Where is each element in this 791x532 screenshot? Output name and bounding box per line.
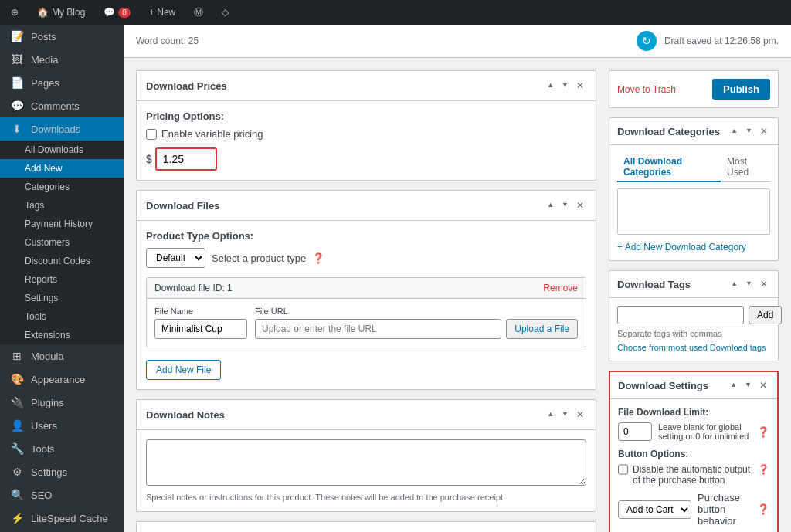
download-prices-body: Pricing Options: Enable variable pricing… [137, 101, 596, 180]
sidebar-item-media[interactable]: 🖼 Media [0, 48, 124, 71]
sidebar-item-comments[interactable]: 💬 Comments [0, 94, 124, 117]
sidebar-item-tags[interactable]: Tags [0, 196, 124, 215]
sidebar-item-payment-history[interactable]: Payment History [0, 215, 124, 233]
pricing-options-label: Pricing Options: [146, 110, 586, 122]
add-tag-button[interactable]: Add [749, 306, 782, 324]
appearance-icon: 🎨 [9, 373, 25, 385]
site-title-item[interactable]: 🏠 My Blog [32, 0, 90, 25]
close-icon[interactable]: ✕ [574, 79, 586, 93]
download-settings-body: File Download Limit: Leave blank for glo… [610, 399, 777, 532]
category-list [617, 188, 770, 235]
help-icon[interactable]: ❓ [312, 252, 324, 264]
purchase-behavior-label: Purchase button behavior [698, 492, 751, 527]
download-file-body: File Name File URL Upload a File [147, 299, 586, 347]
close-icon[interactable]: ✕ [758, 277, 770, 291]
sidebar-item-reports[interactable]: Reports [0, 270, 124, 289]
choose-tags-link[interactable]: Choose from most used Download tags [617, 343, 766, 352]
collapse-down-icon[interactable] [559, 198, 571, 212]
extensions-label: Extensions [25, 330, 70, 341]
publish-button[interactable]: Publish [712, 79, 770, 100]
new-label: + New [149, 7, 175, 18]
tag-input[interactable] [617, 306, 744, 324]
sidebar-item-discount-codes[interactable]: Discount Codes [0, 252, 124, 270]
sidebar-item-label: Downloads [31, 124, 80, 135]
close-icon[interactable]: ✕ [757, 378, 769, 392]
downloads-icon: ⬇ [9, 123, 25, 135]
price-input[interactable] [155, 147, 217, 171]
purchase-help-icon[interactable]: ❓ [758, 464, 769, 475]
add-new-file-button[interactable]: Add New File [146, 360, 221, 380]
discount-codes-label: Discount Codes [25, 256, 90, 266]
yoast-seo-header[interactable]: Yoast SEO ✕ [137, 522, 596, 532]
collapse-up-icon[interactable] [728, 124, 740, 138]
collapse-up-icon[interactable] [545, 198, 556, 212]
remove-file-link[interactable]: Remove [543, 283, 578, 293]
sidebar-item-settings-dl[interactable]: Settings [0, 289, 124, 307]
sidebar-item-categories[interactable]: Categories [0, 178, 124, 196]
collapse-up-icon[interactable] [728, 277, 740, 291]
sidebar-item-users[interactable]: 👤 Users [0, 414, 124, 437]
collapse-down-icon[interactable] [742, 378, 754, 392]
cat-tab-all[interactable]: All Download Categories [617, 153, 721, 182]
sidebar-item-tools-dl[interactable]: Tools [0, 307, 124, 326]
disable-purchase-checkbox[interactable] [618, 464, 628, 475]
variable-pricing-row: Enable variable pricing [146, 128, 586, 140]
diamond-icon-item[interactable]: ◇ [217, 0, 233, 25]
collapse-up-icon[interactable] [728, 378, 739, 392]
sidebar-item-downloads[interactable]: ⬇ Downloads [0, 117, 124, 141]
behavior-help-icon[interactable]: ❓ [757, 503, 769, 515]
collapse-down-icon[interactable] [559, 79, 571, 93]
sidebar-item-extensions[interactable]: Extensions [0, 326, 124, 344]
download-categories-body: All Download Categories Most Used + Add … [609, 145, 778, 260]
close-icon[interactable]: ✕ [758, 124, 770, 138]
download-file-item: Download file ID: 1 Remove File Name Fil… [146, 277, 586, 347]
refresh-button[interactable]: ↻ [637, 31, 657, 51]
sidebar-item-settings[interactable]: ⚙ Settings [0, 460, 124, 483]
limit-help-icon[interactable]: ❓ [757, 426, 769, 438]
sidebar-item-seo[interactable]: 🔍 SEO [0, 483, 124, 507]
upload-file-button[interactable]: Upload a File [506, 319, 578, 339]
move-to-trash-link[interactable]: Move to Trash [617, 84, 676, 95]
file-url-label: File URL [255, 307, 578, 316]
price-input-row: $ [146, 147, 586, 171]
collapse-down-icon[interactable] [743, 277, 755, 291]
diamond-icon: ◇ [222, 7, 229, 18]
add-to-cart-select[interactable]: Add to Cart [618, 500, 691, 519]
wp-logo-item[interactable]: ⊕ [6, 0, 23, 25]
file-item-id: Download file ID: 1 [154, 283, 233, 293]
close-icon[interactable]: ✕ [574, 408, 586, 422]
sidebar-item-appearance[interactable]: 🎨 Appearance [0, 368, 124, 391]
tools-dl-label: Tools [25, 311, 46, 322]
collapse-up-icon[interactable] [545, 79, 556, 93]
sidebar-item-plugins[interactable]: 🔌 Plugins [0, 391, 124, 414]
file-name-input[interactable] [154, 319, 247, 339]
collapse-down-icon[interactable] [743, 124, 755, 138]
sidebar-item-posts[interactable]: 📝 Posts [0, 25, 124, 48]
sidebar-item-tools[interactable]: 🔧 Tools [0, 437, 124, 460]
file-limit-input[interactable] [618, 422, 652, 441]
collapse-up-icon[interactable] [545, 408, 556, 422]
download-settings-title: Download Settings [618, 380, 708, 391]
sidebar-item-all-downloads[interactable]: All Downloads [0, 141, 124, 159]
add-to-cart-row: Add to Cart Purchase button behavior ❓ [618, 492, 769, 527]
add-new-category-link[interactable]: + Add New Download Category [617, 242, 746, 252]
download-prices-metabox: Download Prices ✕ Pricing Options: Enabl… [136, 70, 596, 181]
file-url-input[interactable] [255, 319, 501, 339]
variable-pricing-checkbox[interactable] [146, 129, 157, 140]
file-limit-label: File Download Limit: [618, 407, 769, 418]
sidebar-item-add-new[interactable]: Add New [0, 159, 124, 178]
close-icon[interactable]: ✕ [574, 198, 586, 212]
sidebar-item-customers[interactable]: Customers [0, 233, 124, 252]
comments-item[interactable]: 💬 0 [99, 0, 135, 25]
cat-tab-most-used[interactable]: Most Used [721, 153, 770, 181]
file-name-label: File Name [154, 307, 247, 316]
notes-textarea[interactable] [146, 439, 586, 486]
sidebar-item-modula[interactable]: ⊞ Modula [0, 344, 124, 368]
collapse-down-icon[interactable] [559, 408, 571, 422]
modula-icon-item[interactable]: Ⓜ [189, 0, 208, 25]
new-item[interactable]: + New [144, 0, 180, 25]
sidebar-item-litespeed[interactable]: ⚡ LiteSpeed Cache [0, 507, 124, 530]
product-type-select[interactable]: Default [146, 248, 205, 268]
disable-purchase-btn-row: Disable the automatic output of the purc… [618, 464, 769, 486]
sidebar-item-pages[interactable]: 📄 Pages [0, 71, 124, 94]
